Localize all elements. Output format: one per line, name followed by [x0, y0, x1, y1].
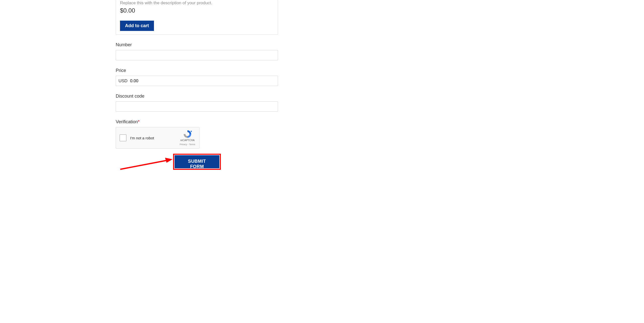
discount-label: Discount code [116, 94, 278, 99]
price-currency: USD [118, 78, 128, 84]
svg-line-1 [120, 160, 168, 169]
product-price: $0.00 [120, 7, 274, 21]
svg-marker-0 [190, 131, 192, 132]
price-label: Price [116, 68, 278, 73]
number-input[interactable] [116, 50, 278, 60]
recaptcha-brand-name: reCAPTCHA [179, 139, 196, 142]
number-field-group: Number [116, 42, 278, 60]
number-label: Number [116, 42, 278, 48]
price-field-group: Price USD [116, 68, 278, 86]
verification-label: Verification* [116, 119, 278, 125]
price-input[interactable] [130, 78, 275, 84]
form-container: Replace this with the description of you… [116, 0, 278, 170]
recaptcha-icon [183, 130, 192, 138]
recaptcha-checkbox[interactable] [119, 134, 127, 141]
recaptcha-brand: reCAPTCHA Privacy - Terms [179, 130, 196, 146]
discount-field-group: Discount code [116, 94, 278, 112]
svg-marker-2 [165, 158, 173, 163]
recaptcha-links[interactable]: Privacy - Terms [180, 143, 195, 146]
submit-highlight-box: SUBMIT FORM [173, 154, 221, 170]
submit-form-button[interactable]: SUBMIT FORM [175, 155, 219, 168]
product-card: Replace this with the description of you… [116, 0, 278, 35]
price-input-wrap: USD [116, 76, 278, 86]
verification-label-text: Verification [116, 119, 138, 124]
verification-field-group: Verification* I'm not a robot reCAPTCHA … [116, 119, 278, 149]
recaptcha-text: I'm not a robot [130, 136, 154, 140]
submit-row: SUBMIT FORM [116, 154, 278, 170]
add-to-cart-button[interactable]: Add to cart [120, 21, 154, 31]
annotation-arrow-icon [120, 157, 173, 170]
discount-input[interactable] [116, 101, 278, 112]
product-description: Replace this with the description of you… [120, 0, 274, 7]
required-star: * [138, 119, 140, 124]
recaptcha-widget: I'm not a robot reCAPTCHA Privacy - Term… [116, 127, 199, 149]
